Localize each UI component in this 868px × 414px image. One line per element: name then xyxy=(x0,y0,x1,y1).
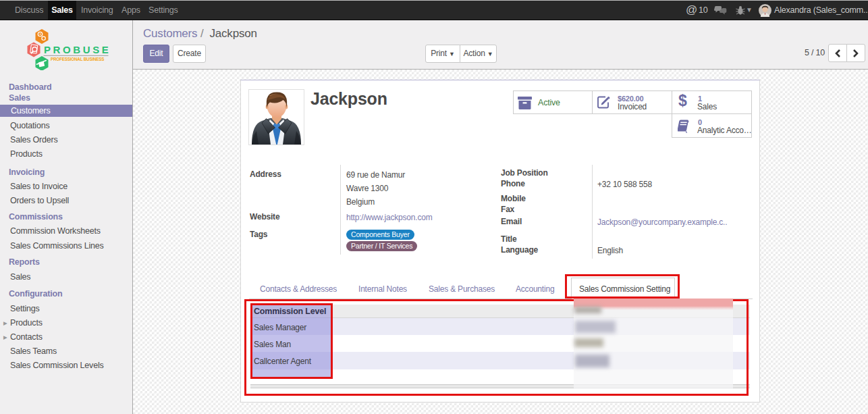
svg-text:PROFESSIONAL BUSINESS: PROFESSIONAL BUSINESS xyxy=(51,57,104,61)
svg-text:PROBUSE: PROBUSE xyxy=(44,44,111,55)
